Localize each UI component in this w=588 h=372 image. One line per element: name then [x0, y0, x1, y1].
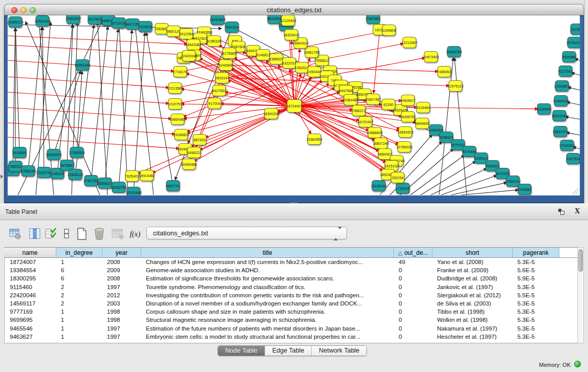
citation-edge-black[interactable] — [105, 30, 118, 183]
graph-node-teal[interactable]: 16848784 — [446, 47, 462, 57]
table-cell[interactable]: 1 — [57, 324, 103, 333]
graph-node-teal[interactable]: 12093823 — [554, 81, 570, 92]
table-row[interactable]: 969969511998Structural magnetic resonanc… — [5, 316, 577, 324]
graph-node-teal[interactable]: 7857224 — [225, 22, 238, 33]
table-cell[interactable]: Tourette syndrome. Phenomenology and cla… — [142, 283, 395, 291]
table-cell[interactable]: 5.5E-5 — [513, 291, 560, 299]
graph-node-teal[interactable]: 9857791 — [166, 181, 180, 191]
table-cell[interactable]: Structural magnetic resonance image aver… — [142, 316, 395, 324]
tab-network-table[interactable]: Network Table — [312, 346, 366, 356]
graph-node-yellow[interactable]: 2718176 — [173, 67, 187, 77]
table-cell[interactable]: Dudbridge et al. (2008) — [433, 274, 513, 282]
tab-edge-table[interactable]: Edge Table — [265, 346, 312, 356]
table-cell[interactable]: Genome-wide association studies in ADHD. — [142, 266, 395, 274]
graph-node-yellow[interactable]: 10688609 — [366, 127, 382, 138]
graph-node-teal[interactable]: 1527602 — [88, 15, 101, 25]
table-cell[interactable]: Corpus callosum shape and size in male p… — [142, 308, 395, 316]
table-row[interactable]: 1938455462009Genome-wide association stu… — [5, 266, 577, 274]
resize-grip-icon[interactable] — [571, 186, 579, 194]
table-cell[interactable]: 14569117 — [5, 299, 57, 308]
table-cell[interactable]: 1998 — [103, 308, 142, 316]
table-vertical-scrollbar[interactable] — [577, 247, 584, 343]
table-cell[interactable]: 2003 — [103, 299, 142, 308]
graph-node-yellow[interactable]: 1010753 — [168, 99, 182, 110]
graph-node-yellow[interactable]: 18325419 — [283, 30, 299, 40]
table-cell[interactable]: 5.3E-5 — [513, 308, 560, 316]
graph-node-yellow[interactable]: 3175685 — [222, 48, 236, 59]
graph-node-teal[interactable]: 17359928 — [69, 147, 84, 158]
table-cell[interactable]: 1 — [57, 316, 103, 324]
graph-node-yellow[interactable]: 18724007 — [286, 100, 302, 113]
table-cell[interactable]: 49 — [395, 258, 433, 266]
citation-edge-red[interactable] — [231, 69, 294, 106]
graph-node-teal[interactable]: 15136141 — [371, 181, 386, 191]
graph-node-teal[interactable]: 9227343 — [558, 66, 572, 77]
graph-node-teal[interactable]: 15751074 — [566, 37, 580, 48]
graph-node-yellow[interactable]: 6322037 — [282, 58, 296, 69]
citation-edge-red[interactable] — [8, 107, 171, 119]
graph-node-teal[interactable]: 12444194 — [553, 96, 569, 106]
citation-edge-red[interactable] — [8, 60, 173, 71]
citation-edge-black[interactable] — [441, 176, 496, 195]
table-cell[interactable]: 0 — [395, 274, 433, 282]
graph-node-teal[interactable]: 20206576 — [46, 149, 61, 160]
graph-node-teal[interactable]: 11568189 — [20, 166, 36, 177]
graph-node-yellow[interactable]: 10973493 — [423, 52, 439, 62]
table-cell[interactable]: Wolkin et al. (1998) — [433, 316, 513, 324]
table-cell[interactable]: 0 — [395, 291, 433, 299]
table-cell[interactable]: 0 — [395, 324, 433, 333]
tab-node-table[interactable]: Node Table — [218, 346, 265, 356]
table-cell[interactable]: Franke et al. (2009) — [433, 266, 513, 274]
citation-edge-black[interactable] — [15, 29, 19, 152]
citation-edge-black[interactable] — [410, 156, 464, 195]
citation-edge-red[interactable] — [8, 92, 168, 103]
table-cell[interactable]: Stergiakouli et al. (2012) — [433, 291, 513, 299]
graph-node-yellow[interactable]: 8186328 — [207, 36, 221, 47]
table-cell[interactable]: 19384554 — [5, 266, 57, 274]
table-cell[interactable]: 0 — [395, 283, 433, 291]
table-cell[interactable]: Changes of HCN gene expression and I(f) … — [142, 258, 395, 266]
citation-edge-red[interactable] — [8, 45, 187, 55]
graph-node-teal[interactable]: 20691406 — [34, 16, 50, 27]
graph-node-teal[interactable]: 15692971 — [552, 126, 568, 137]
citation-edge-red[interactable] — [194, 106, 294, 161]
graph-node-yellow[interactable]: 1154808 — [382, 25, 396, 36]
graph-node-yellow[interactable]: 19654985 — [169, 114, 185, 125]
graph-node-yellow[interactable]: 887833 — [193, 135, 206, 145]
graph-node-teal[interactable]: 9245652 — [517, 184, 531, 195]
graph-node-teal[interactable]: 9529966 — [562, 52, 576, 62]
table-cell[interactable]: 18724007 — [5, 258, 57, 266]
graph-node-yellow[interactable]: 5498222 — [187, 147, 201, 158]
graph-node-yellow[interactable]: 9242848 — [219, 60, 232, 71]
graph-node-teal[interactable]: 1167533 — [567, 154, 580, 164]
column-header-pagerank[interactable]: pagerank — [513, 248, 559, 257]
citation-edge-black[interactable] — [568, 102, 580, 105]
table-cell[interactable]: 0 — [395, 333, 433, 341]
float-panel-icon[interactable] — [558, 209, 565, 215]
graph-node-yellow[interactable]: 16720407 — [357, 117, 373, 127]
graph-node-yellow[interactable]: 22420046 — [181, 51, 197, 61]
citation-edge-black[interactable] — [569, 87, 580, 90]
graph-node-yellow[interactable]: 12975115 — [448, 81, 464, 92]
graph-node-yellow[interactable]: 18807249 — [373, 138, 388, 149]
graph-node-teal[interactable]: 10653257 — [65, 15, 81, 24]
citation-edge-red[interactable] — [8, 123, 175, 134]
table-row[interactable]: 946554611997Estimation of the future num… — [5, 324, 577, 333]
table-cell[interactable]: 5.3E-5 — [513, 258, 560, 266]
graph-node-yellow[interactable]: 12213589 — [167, 83, 183, 94]
network-canvas[interactable]: 2405572420691406106532571527602846616010… — [8, 15, 580, 195]
graph-node-yellow[interactable]: 16961758 — [303, 47, 319, 58]
graph-node-yellow[interactable]: 1990448 — [307, 67, 321, 77]
table-cell[interactable]: Estimation of significance thresholds fo… — [142, 274, 395, 282]
graph-node-yellow[interactable]: 12125493 — [280, 15, 296, 26]
graph-node-yellow[interactable]: 9115460 — [417, 102, 430, 113]
scrollbar-thumb[interactable] — [578, 249, 583, 272]
table-cell[interactable]: 5.3E-5 — [513, 324, 560, 333]
column-header-title[interactable]: title — [141, 248, 394, 257]
table-cell[interactable]: 5.3E-5 — [513, 333, 560, 341]
graph-node-teal[interactable]: 12342757 — [36, 167, 52, 178]
column-visibility-icon[interactable] — [28, 227, 42, 241]
graph-node-teal[interactable]: 12923448 — [125, 187, 141, 196]
citation-edge-black[interactable] — [572, 73, 580, 75]
graph-node-yellow[interactable]: 917004 — [208, 98, 221, 109]
